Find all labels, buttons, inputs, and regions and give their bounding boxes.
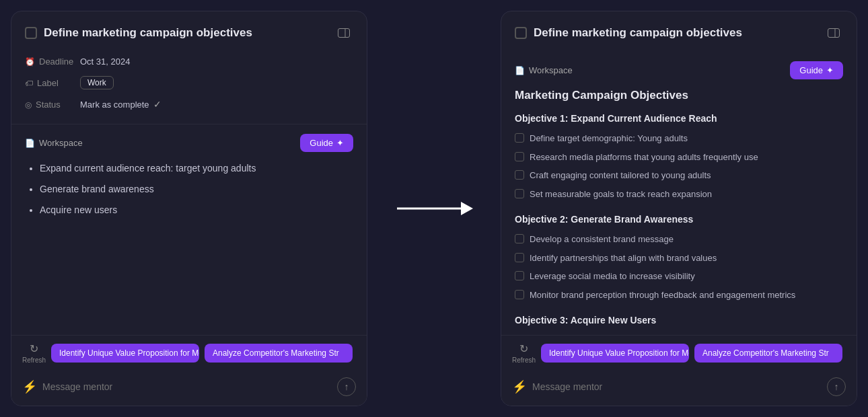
arrow-wrapper	[367, 195, 501, 222]
panel-expand-icon-right[interactable]	[824, 24, 843, 42]
left-panel: Define marketing campaign objectives Dea…	[11, 11, 367, 406]
suggestions-bar-left: ↻ Refresh Identify Unique Value Proposit…	[11, 335, 367, 371]
deadline-row: Deadline Oct 31, 2024	[25, 52, 353, 71]
checklist-item-2-1: Develop a consistent brand message	[515, 230, 840, 249]
checklist-text-2-3: Leverage social media to increase visibi…	[530, 270, 695, 283]
right-panel-title: Define marketing campaign objectives	[534, 26, 742, 40]
message-icon-left: ⚡	[22, 379, 37, 394]
checklist-item-1-1: Define target demographic: Young adults	[515, 129, 840, 148]
objective-title-2: Objective 2: Generate Brand Awareness	[515, 214, 840, 225]
checkbox-1-1[interactable]	[515, 133, 524, 143]
bullet-item-2: Generate brand awareness	[40, 182, 353, 196]
bullet-item-3: Acquire new users	[40, 203, 353, 217]
sparkle-icon-right: ✦	[826, 65, 834, 75]
direction-arrow	[394, 195, 474, 222]
checklist-item-2-2: Identify partnerships that align with br…	[515, 249, 840, 268]
checklist-text-1-2: Research media platforms that young adul…	[530, 151, 758, 164]
meta-section: Deadline Oct 31, 2024 Label Work Status …	[11, 52, 367, 124]
objective-title-3: Objective 3: Acquire New Users	[515, 315, 840, 326]
deadline-label: Deadline	[25, 56, 72, 67]
left-header-left: Define marketing campaign objectives	[25, 26, 329, 40]
checklist-item-1-3: Craft engaging content tailored to young…	[515, 166, 840, 185]
workspace-icon-left	[25, 138, 35, 148]
checkbox-1-2[interactable]	[515, 152, 524, 161]
workspace-section-right: Workspace Guide ✦ Marketing Campaign Obj…	[501, 52, 857, 335]
workspace-label-left: Workspace	[25, 138, 83, 148]
label-tag[interactable]: Work	[80, 76, 114, 89]
refresh-icon-left: ↻	[30, 342, 38, 355]
bullet-list: Expand current audience reach: target yo…	[25, 161, 353, 217]
suggestions-bar-right: ↻ Refresh Identify Unique Value Proposit…	[501, 335, 857, 371]
left-panel-header: Define marketing campaign objectives	[11, 11, 367, 52]
workspace-header-left: Workspace Guide ✦	[25, 134, 353, 152]
message-input-right[interactable]	[532, 381, 822, 392]
send-button-left[interactable]: ↑	[337, 377, 356, 396]
checkbox-2-4[interactable]	[515, 290, 524, 299]
objective-title-1: Objective 1: Expand Current Audience Rea…	[515, 113, 840, 124]
workspace-header-right: Workspace Guide ✦	[515, 61, 843, 79]
send-button-right[interactable]: ↑	[827, 377, 846, 396]
right-header-left: Define marketing campaign objectives	[515, 26, 819, 40]
bullet-item-1: Expand current audience reach: target yo…	[40, 161, 353, 176]
deadline-value: Oct 31, 2024	[80, 56, 130, 67]
checklist-text-1-4: Set measurable goals to track reach expa…	[530, 188, 712, 201]
clock-icon	[25, 56, 35, 67]
message-bar-right: ⚡ ↑	[501, 371, 857, 406]
status-icon	[25, 100, 32, 110]
checkbox-2-2[interactable]	[515, 253, 524, 262]
checklist-text-1-1: Define target demographic: Young adults	[530, 132, 688, 145]
panel-expand-icon-left[interactable]	[334, 24, 353, 42]
suggestion-chip-1-right[interactable]: Identify Unique Value Proposition for Me…	[541, 344, 689, 363]
checklist-item-1-2: Research media platforms that young adul…	[515, 148, 840, 167]
refresh-label-right: Refresh	[512, 356, 536, 364]
checklist-text-2-2: Identify partnerships that align with br…	[530, 252, 717, 265]
left-panel-title: Define marketing campaign objectives	[44, 26, 252, 40]
task-checkbox-left[interactable]	[25, 27, 37, 39]
status-value[interactable]: Mark as complete ✓	[80, 99, 161, 110]
guide-button-right[interactable]: Guide ✦	[790, 61, 843, 79]
workspace-label-right: Workspace	[515, 65, 573, 75]
svg-rect-4	[828, 29, 840, 38]
status-row: Status Mark as complete ✓	[25, 94, 353, 114]
right-panel: Define marketing campaign objectives Wor…	[501, 11, 857, 406]
checklist-item-1-4: Set measurable goals to track reach expa…	[515, 185, 840, 204]
suggestion-chip-2-right[interactable]: Analyze Competitor's Marketing Str	[694, 344, 842, 363]
refresh-label-left: Refresh	[22, 356, 46, 364]
svg-rect-0	[338, 29, 350, 38]
right-panel-header: Define marketing campaign objectives	[501, 11, 857, 52]
check-icon: ✓	[153, 99, 161, 110]
checkbox-2-3[interactable]	[515, 271, 524, 280]
workspace-content-right: Marketing Campaign Objectives Objective …	[515, 89, 843, 326]
content-title: Marketing Campaign Objectives	[515, 89, 840, 102]
sparkle-icon-left: ✦	[336, 138, 344, 148]
status-label: Status	[25, 100, 72, 110]
svg-marker-3	[461, 202, 473, 215]
suggestion-chip-1-left[interactable]: Identify Unique Value Proposition for Me…	[51, 344, 199, 363]
checklist-text-2-1: Develop a consistent brand message	[530, 233, 674, 246]
workspace-icon-right	[515, 65, 525, 75]
refresh-button-right[interactable]: ↻ Refresh	[512, 342, 536, 364]
checkbox-1-3[interactable]	[515, 170, 524, 180]
label-label: Label	[25, 78, 72, 88]
checklist-text-1-3: Craft engaging content tailored to young…	[530, 169, 711, 182]
guide-button-left[interactable]: Guide ✦	[300, 134, 353, 152]
checkbox-2-1[interactable]	[515, 234, 524, 243]
refresh-button-left[interactable]: ↻ Refresh	[22, 342, 46, 364]
suggestion-chip-2-left[interactable]: Analyze Competitor's Marketing Str	[205, 344, 353, 363]
workspace-section-left: Workspace Guide ✦ Expand current audienc…	[11, 124, 367, 335]
message-icon-right: ⚡	[512, 379, 527, 394]
checklist-text-2-4: Monitor brand perception through feedbac…	[530, 289, 795, 302]
message-input-left[interactable]	[42, 381, 332, 392]
label-row: Label Work	[25, 71, 353, 94]
task-checkbox-right[interactable]	[515, 27, 527, 39]
message-bar-left: ⚡ ↑	[11, 371, 367, 406]
tag-icon	[25, 78, 33, 88]
checklist-item-2-4: Monitor brand perception through feedbac…	[515, 286, 840, 305]
checklist-item-2-3: Leverage social media to increase visibi…	[515, 267, 840, 286]
refresh-icon-right: ↻	[519, 342, 528, 355]
checkbox-1-4[interactable]	[515, 189, 524, 198]
